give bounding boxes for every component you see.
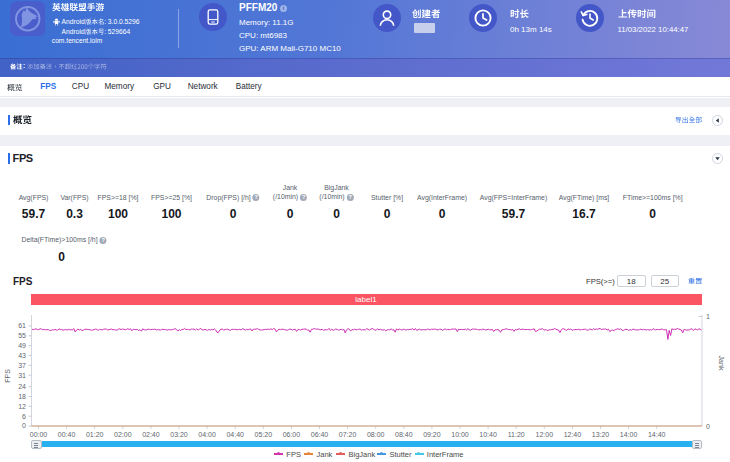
svg-text:49: 49 (18, 342, 26, 349)
svg-text:24: 24 (18, 383, 26, 390)
svg-text:08:00: 08:00 (367, 431, 385, 438)
svg-text:0: 0 (706, 423, 710, 430)
svg-text:01:20: 01:20 (86, 431, 104, 438)
svg-text:55: 55 (18, 332, 26, 339)
svg-text:10:40: 10:40 (479, 431, 497, 438)
svg-text:FPS: FPS (4, 369, 11, 383)
svg-text:00:40: 00:40 (58, 431, 76, 438)
svg-text:07:20: 07:20 (339, 431, 357, 438)
svg-text:12:40: 12:40 (564, 431, 582, 438)
svg-text:0: 0 (22, 422, 26, 429)
svg-text:06:00: 06:00 (283, 431, 301, 438)
svg-text:14:00: 14:00 (620, 431, 638, 438)
svg-text:04:40: 04:40 (226, 431, 244, 438)
svg-text:31: 31 (18, 372, 26, 379)
svg-text:37: 37 (18, 362, 26, 369)
svg-text:09:20: 09:20 (423, 431, 441, 438)
svg-text:6: 6 (22, 413, 26, 420)
svg-text:02:40: 02:40 (142, 431, 160, 438)
svg-text:61: 61 (18, 322, 26, 329)
svg-text:13:20: 13:20 (592, 431, 610, 438)
svg-text:08:40: 08:40 (395, 431, 413, 438)
svg-text:18: 18 (18, 393, 26, 400)
svg-text:14:40: 14:40 (648, 431, 666, 438)
svg-text:02:00: 02:00 (114, 431, 132, 438)
svg-text:00:00: 00:00 (30, 431, 48, 438)
svg-text:1: 1 (706, 313, 710, 320)
svg-text:04:00: 04:00 (198, 431, 216, 438)
svg-text:03:20: 03:20 (170, 431, 188, 438)
svg-text:12: 12 (18, 403, 26, 410)
svg-text:10:00: 10:00 (451, 431, 469, 438)
svg-text:43: 43 (18, 352, 26, 359)
svg-text:11:20: 11:20 (508, 431, 525, 438)
svg-text:05:20: 05:20 (255, 431, 273, 438)
svg-text:06:40: 06:40 (311, 431, 329, 438)
svg-text:Jank: Jank (718, 356, 725, 371)
svg-text:12:00: 12:00 (536, 431, 554, 438)
